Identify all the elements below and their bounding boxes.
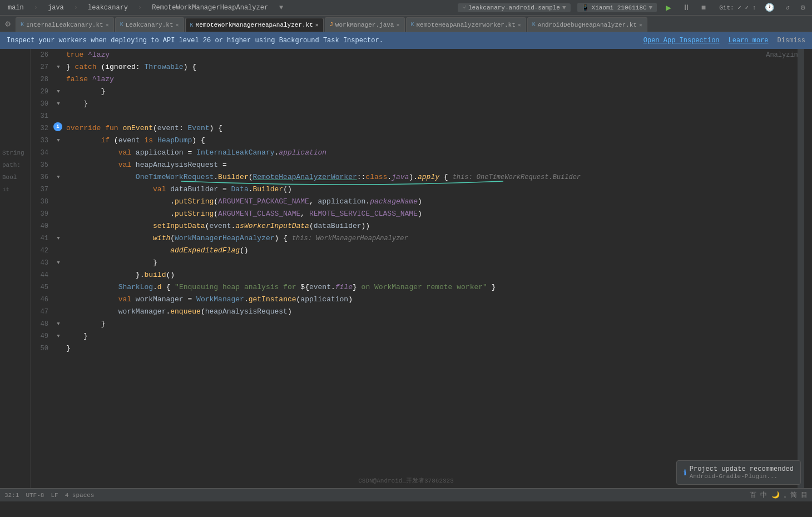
line-content-40[interactable]: setInputData(event.asWorkerInputData(dat… [64, 220, 812, 232]
code-line-31: 31 [31, 110, 812, 122]
tab-close-4[interactable]: ✕ [518, 22, 521, 28]
scrollbar-gutter[interactable] [798, 49, 804, 501]
settings-tab-icon[interactable]: ⚙ [0, 16, 16, 32]
line-content-41[interactable]: with(WorkManagerHeapAnalyzer) {this: Wor… [64, 232, 812, 245]
line-content-46[interactable]: val workManager = WorkManager.getInstanc… [64, 294, 812, 306]
tab-close-2[interactable]: ✕ [315, 22, 319, 28]
dismiss-button[interactable]: Dismiss [778, 37, 805, 44]
code-line-30: 30 ▼ } [31, 98, 812, 110]
line-content-34[interactable]: val application = InternalLeakCanary.app… [64, 147, 812, 159]
popup-title: Project update recommended [690, 465, 794, 473]
fold-30[interactable]: ▼ [57, 98, 60, 110]
device-name: Xiaomi 2106118C [592, 4, 647, 11]
tab-leak-canary[interactable]: K LeakCanary.kt ✕ [115, 17, 184, 32]
undo-icon[interactable]: ↺ [783, 3, 791, 12]
tab-close-5[interactable]: ✕ [639, 22, 642, 28]
device-icon: 📱 [582, 4, 590, 11]
line-content-32[interactable]: override fun onEvent(event: Event) { [64, 122, 812, 135]
stop-button[interactable]: ■ [699, 3, 708, 12]
line-content-38[interactable]: .putString(ARGUMENT_PACKAGE_NAME, applic… [64, 196, 812, 208]
line-content-44[interactable]: }.build() [64, 269, 812, 281]
fold-33[interactable]: ▼ [57, 135, 60, 147]
status-encoding: UTF-8 [26, 492, 44, 499]
tab-icon-1: K [120, 22, 123, 28]
line-num-44: 44 [31, 269, 53, 281]
code-line-36: 36 ▼ OneTimeWorkRequest.Builder(RemoteHe… [31, 171, 812, 183]
tab-android-debug-heap-analyzer[interactable]: K AndroidDebugHeapAnalyzer.kt ✕ [527, 17, 647, 32]
tab-remote-heap-analyzer-worker[interactable]: K RemoteHeapAnalyzerWorker.kt ✕ [406, 17, 526, 32]
line-content-43[interactable]: } [64, 257, 812, 269]
line-num-48: 48 [31, 318, 53, 330]
device-selector[interactable]: 📱 Xiaomi 2106118C ▼ [577, 3, 657, 12]
status-crlf: LF [51, 492, 58, 499]
code-line-28: 28 false ^lazy [31, 73, 812, 86]
line-num-27: 27 [31, 61, 53, 73]
tab-work-manager[interactable]: J WorkManager.java ✕ [325, 17, 405, 32]
line-num-49: 49 [31, 330, 53, 342]
status-spaces: 4 spaces [65, 492, 95, 499]
line-content-29[interactable]: } [64, 86, 812, 98]
tab-close-1[interactable]: ✕ [176, 22, 179, 28]
fold-27[interactable]: ▼ [57, 61, 60, 73]
line-num-41: 41 [31, 232, 53, 245]
fold-49[interactable]: ▼ [57, 330, 60, 342]
menu-item-analyzer[interactable]: RemoteWorkManagerHeapAnalyzer [148, 3, 271, 13]
code-line-32: 32 i override fun onEvent(event: Event) … [31, 122, 812, 135]
fold-43[interactable]: ▼ [57, 257, 60, 269]
line-num-28: 28 [31, 73, 53, 86]
line-num-30: 30 [31, 98, 53, 110]
code-line-33: 33 ▼ if (event is HeapDump) { [31, 135, 812, 147]
code-line-43: 43 ▼ } [31, 257, 812, 269]
menu-item-leakcanary[interactable]: leakcanary [85, 3, 131, 13]
fold-48[interactable]: ▼ [57, 318, 60, 330]
tab-remote-work-manager[interactable]: K RemoteWorkManagerHeapAnalyzer.kt ✕ [185, 18, 324, 32]
line-gutter-33: ▼ [53, 135, 64, 147]
line-content-28[interactable]: false ^lazy [64, 73, 812, 86]
line-gutter-48: ▼ [53, 318, 64, 330]
tab-label-4: RemoteHeapAnalyzerWorker.kt [417, 22, 516, 28]
menu-item-java[interactable]: java [44, 3, 67, 13]
line-content-31[interactable] [64, 110, 812, 122]
menu-separator-1: › [34, 4, 38, 12]
line-content-50[interactable]: } [64, 342, 812, 355]
line-content-27[interactable]: } catch (ignored: Throwable) { [64, 61, 812, 73]
fold-41[interactable]: ▼ [57, 232, 60, 245]
line-content-37[interactable]: val dataBuilder = Data.Builder() [64, 183, 812, 196]
run-button[interactable]: ▶ [664, 2, 674, 13]
line-content-33[interactable]: if (event is HeapDump) { [64, 135, 812, 147]
line-content-30[interactable]: } [64, 98, 812, 110]
tab-internal-leak-canary[interactable]: K InternalLeakCanary.kt ✕ [16, 17, 114, 32]
tab-close-0[interactable]: ✕ [106, 22, 109, 28]
fold-36[interactable]: ▼ [57, 171, 60, 183]
line-gutter-29: ▼ [53, 86, 64, 98]
tab-close-3[interactable]: ✕ [396, 22, 399, 28]
settings-icon[interactable]: ⚙ [799, 3, 808, 12]
popup-subtitle: Android-Gradle-Plugin... [690, 473, 794, 480]
line-content-45[interactable]: SharkLog.d { "Enqueuing heap analysis fo… [64, 281, 812, 294]
tab-label-5: AndroidDebugHeapAnalyzer.kt [538, 22, 637, 28]
open-app-inspection-link[interactable]: Open App Inspection [643, 37, 720, 44]
debug-button[interactable]: ⏸ [680, 3, 692, 12]
clock-icon[interactable]: 🕐 [763, 3, 776, 12]
line-content-36[interactable]: OneTimeWorkRequest.Builder(RemoteHeapAna… [64, 171, 812, 183]
code-line-39: 39 .putString(ARGUMENT_CLASS_NAME, REMOT… [31, 208, 812, 220]
line-content-26[interactable]: true ^lazy [64, 49, 812, 61]
line-gutter-49: ▼ [53, 330, 64, 342]
code-line-26: 26 true ^lazy [31, 49, 812, 61]
project-update-popup[interactable]: ℹ Project update recommended Android-Gra… [676, 460, 801, 485]
line-content-35[interactable]: val heapAnalysisRequest = [64, 159, 812, 171]
fold-29[interactable]: ▼ [57, 86, 60, 98]
learn-more-link[interactable]: Learn more [729, 37, 769, 44]
line-content-39[interactable]: .putString(ARGUMENT_CLASS_NAME, REMOTE_S… [64, 208, 812, 220]
watermark: CSDN@Android_开发者37862323 [358, 476, 454, 485]
tab-label-3: WorkManager.java [335, 22, 394, 28]
line-content-49[interactable]: } [64, 330, 812, 342]
menu-item-main[interactable]: main [4, 3, 27, 13]
line-gutter-30: ▼ [53, 98, 64, 110]
code-area: Analyzing 26 true ^lazy 27 ▼ } catch (ig… [31, 49, 812, 501]
code-line-41: 41 ▼ with(WorkManagerHeapAnalyzer) {this… [31, 232, 812, 245]
line-content-48[interactable]: } [64, 318, 812, 330]
line-content-47[interactable]: workManager.enqueue(heapAnalysisRequest) [64, 306, 812, 318]
branch-dropdown[interactable]: ⑂ leakcanary-android-sample ▼ [458, 3, 571, 12]
line-content-42[interactable]: addExpeditedFlag() [64, 245, 812, 257]
